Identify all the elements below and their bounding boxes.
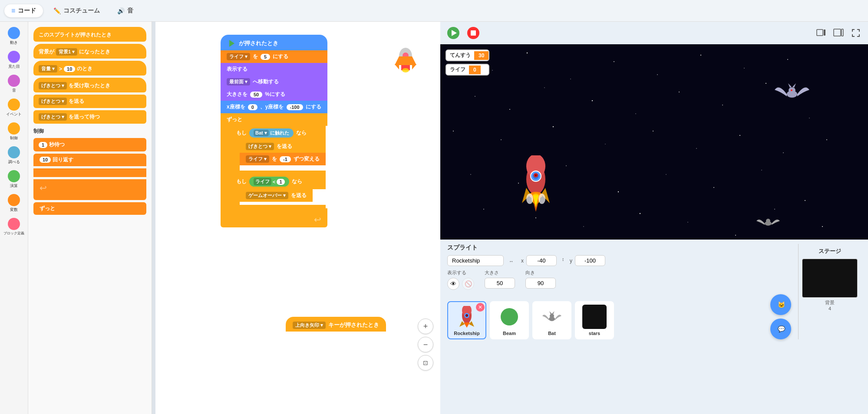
block-green-flag-hat[interactable]: が押されたとき xyxy=(221,35,327,50)
add-sprite-button[interactable]: 🐱 xyxy=(770,294,791,315)
tab-sound[interactable]: 🔊 音 xyxy=(110,4,140,17)
sensing-circle xyxy=(8,146,20,158)
svg-marker-63 xyxy=(792,83,796,88)
show-prop-label: 表示する xyxy=(447,269,474,276)
green-flag-svg xyxy=(447,26,460,39)
svg-point-86 xyxy=(465,314,468,317)
myblocks-label: ブロック定義 xyxy=(3,231,24,236)
sprite-card-beam[interactable]: Beam xyxy=(490,301,529,339)
show-eye-button[interactable]: 👁 xyxy=(447,278,459,290)
block-send-gameover[interactable]: ゲームオーバー ▾ を送る xyxy=(240,189,313,202)
green-flag-button[interactable] xyxy=(446,25,461,41)
sidebar-item-control[interactable]: 制御 xyxy=(0,121,28,143)
beam-thumb xyxy=(497,305,521,329)
svg-point-90 xyxy=(501,308,518,325)
tab-code[interactable]: ≡ コード xyxy=(4,4,43,17)
svg-marker-62 xyxy=(788,83,792,88)
tab-costume[interactable]: ✏️ コスチューム xyxy=(46,4,107,17)
if-bat-top[interactable]: もし Bat ▾ に触れた なら xyxy=(230,126,326,140)
direction-label: 向き xyxy=(525,269,556,276)
panel-divider[interactable] xyxy=(152,22,155,414)
block-set-xy[interactable]: x座標を 0 、y座標を -100 にする xyxy=(221,101,327,113)
block-change-life[interactable]: ライフ ▾ を -1 ずつ変える xyxy=(240,153,326,165)
block-loudness-gt[interactable]: 音量 ▾ > 10 のとき xyxy=(33,61,146,76)
script-rocket-icon xyxy=(393,43,419,80)
block-receive-msg[interactable]: げきとつ ▾ を受け取ったとき xyxy=(33,78,146,92)
sprite-section-title: スプライト xyxy=(447,244,791,252)
block-set-size[interactable]: 大きさを 50 %にする xyxy=(221,88,327,101)
block-forever-top[interactable]: ずっと xyxy=(221,113,327,126)
svg-point-32 xyxy=(722,105,723,105)
sidebar-item-variables[interactable]: 変数 xyxy=(0,192,28,214)
sprite-name-input[interactable] xyxy=(447,255,504,266)
block-forever-bottom[interactable]: ↩ xyxy=(221,208,327,227)
stop-button[interactable] xyxy=(465,25,481,41)
starfield xyxy=(440,44,868,240)
block-broadcast-wait[interactable]: げきとつ ▾ を送って待つ xyxy=(33,110,146,124)
svg-point-18 xyxy=(492,70,493,71)
green-flag-icon xyxy=(228,39,236,48)
stage-thumb[interactable] xyxy=(802,259,858,298)
block-up-arrow-hat[interactable]: 上向き矢印 ▾ キーが押されたとき xyxy=(286,317,386,332)
y-coord-input[interactable] xyxy=(575,255,605,266)
block-set-life[interactable]: ライフ ▾ を 5 にする xyxy=(221,50,327,63)
operators-label: 演算 xyxy=(10,183,18,189)
sidebar-item-sensing[interactable]: 調べる xyxy=(0,145,28,167)
add-message-button[interactable]: 💬 xyxy=(770,319,791,339)
sidebar-item-motion[interactable]: 動き xyxy=(0,25,28,47)
block-repeat-bottom[interactable]: ↩ xyxy=(33,179,146,200)
stage-bg-label: 背景 xyxy=(802,299,858,306)
block-broadcast[interactable]: げきとつ ▾ を送る xyxy=(33,95,146,108)
show-label: 表示する xyxy=(227,66,248,73)
script-area[interactable]: が押されたとき ライフ ▾ を 5 にする 表示する 最前面 ▾ へ移動する 大… xyxy=(155,22,440,414)
block-goto-front[interactable]: 最前面 ▾ へ移動する xyxy=(221,76,327,88)
block-repeat[interactable]: 10 回り返す xyxy=(33,154,146,166)
svg-point-36 xyxy=(501,139,502,140)
xy-arrows-icon: ↔ xyxy=(509,258,518,263)
sidebar-item-operators[interactable]: 演算 xyxy=(0,168,28,191)
svg-point-58 xyxy=(774,209,775,210)
svg-point-39 xyxy=(653,131,653,131)
zoom-in-button[interactable]: + xyxy=(418,319,433,334)
x-coord-input[interactable] xyxy=(526,255,557,266)
sprite-card-stars[interactable]: stars xyxy=(575,301,614,339)
block-backdrop-switch[interactable]: 背景が 背景1 ▾ になったとき xyxy=(33,44,146,59)
sprite-delete-rocketship[interactable]: ✕ xyxy=(476,303,485,312)
sidebar-item-sound[interactable]: 音 xyxy=(0,73,28,95)
costume-icon: ✏️ xyxy=(53,7,61,14)
small-stage-button[interactable] xyxy=(814,26,828,40)
sprite-props-row: 表示する 👁 🚫 大きさ 向き xyxy=(447,269,791,290)
fullscreen-button[interactable] xyxy=(849,26,863,40)
sprite-card-bat[interactable]: Bat xyxy=(532,301,571,339)
sidebar-item-events[interactable]: イベント xyxy=(0,97,28,119)
block-forever-palette[interactable]: ずっと xyxy=(33,202,146,215)
direction-input[interactable] xyxy=(525,278,556,289)
small-stage-icon xyxy=(816,28,826,38)
top-bar: ≡ コード ✏️ コスチューム 🔊 音 xyxy=(0,0,868,22)
normal-stage-button[interactable] xyxy=(832,26,845,40)
stars-name-label: stars xyxy=(589,331,600,336)
svg-rect-11 xyxy=(471,30,476,36)
zoom-out-icon: − xyxy=(423,340,428,349)
block-broadcast-gekitosu[interactable]: げきとつ ▾ を送る xyxy=(240,140,326,153)
if-life-top[interactable]: もし ライフ < 1 なら xyxy=(230,174,326,189)
sidebar-item-myblocks[interactable]: ブロック定義 xyxy=(0,216,28,237)
sidebar-item-looks[interactable]: 見た目 xyxy=(0,49,28,71)
hide-eye-button[interactable]: 🚫 xyxy=(462,278,474,290)
zoom-out-button[interactable]: − xyxy=(418,337,433,352)
bat-sprite-svg xyxy=(772,79,812,105)
sprite-card-rocketship[interactable]: ✕ Rocketship xyxy=(447,301,486,339)
sound-icon: 🔊 xyxy=(117,7,125,14)
block-wait[interactable]: 1 秒待つ xyxy=(33,138,146,151)
block-show[interactable]: 表示する xyxy=(221,63,327,76)
svg-point-7 xyxy=(402,68,409,72)
rocketship-name-label: Rocketship xyxy=(454,331,479,336)
block-sprite-clicked[interactable]: このスプライトが押されたとき xyxy=(33,27,146,42)
stage-panel-title: ステージ xyxy=(802,247,858,255)
control-circle xyxy=(8,122,20,135)
size-input[interactable] xyxy=(485,278,515,289)
svg-point-41 xyxy=(739,135,740,136)
main-area: 動き 見た目 音 イベント 制御 調べる 演算 変数 xyxy=(0,22,868,414)
fit-button[interactable]: ⊡ xyxy=(418,355,433,371)
touching-condition: Bat ▾ に触れた xyxy=(249,128,294,138)
